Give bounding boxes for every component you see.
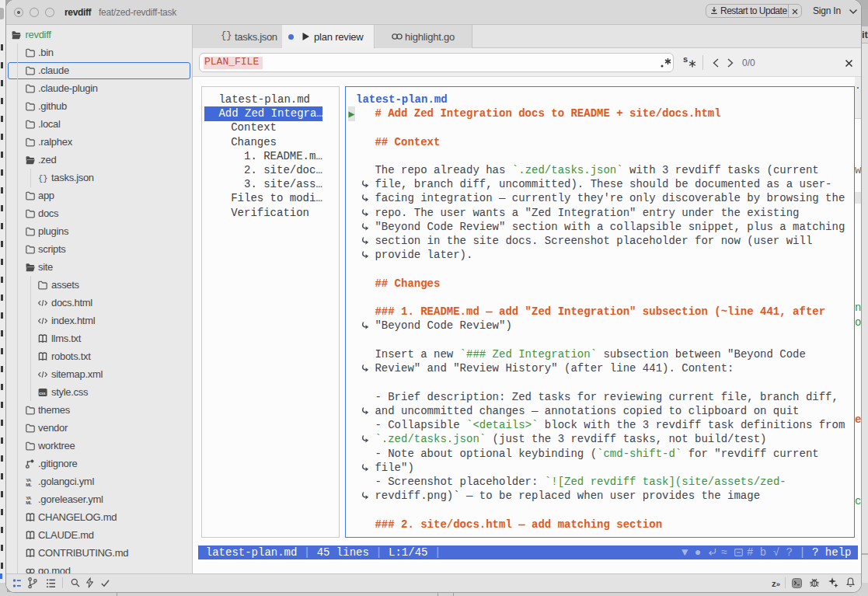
svg-text:ML: ML (26, 483, 32, 487)
svg-text:ML: ML (26, 500, 32, 505)
svg-text:{}: {} (38, 174, 48, 183)
svg-text:css: css (39, 391, 46, 396)
